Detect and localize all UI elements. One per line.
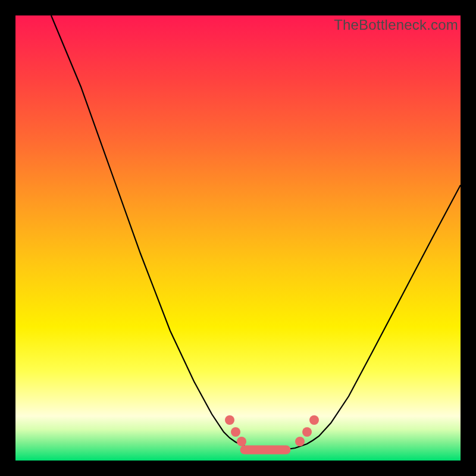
marker-right-dot-2 [309, 415, 319, 425]
marker-right-dot-0 [295, 437, 305, 446]
chart-svg [15, 15, 461, 461]
marker-left-dot-0 [225, 415, 234, 425]
chart-frame: TheBottleneck.com [0, 0, 476, 476]
plot-area [15, 15, 461, 461]
marker-left-dot-2 [237, 437, 246, 446]
marker-right-dot-1 [302, 427, 312, 437]
marker-left-dot-1 [231, 427, 240, 437]
left-curve [51, 15, 271, 450]
right-curve [271, 185, 461, 450]
watermark-text: TheBottleneck.com [334, 17, 458, 33]
